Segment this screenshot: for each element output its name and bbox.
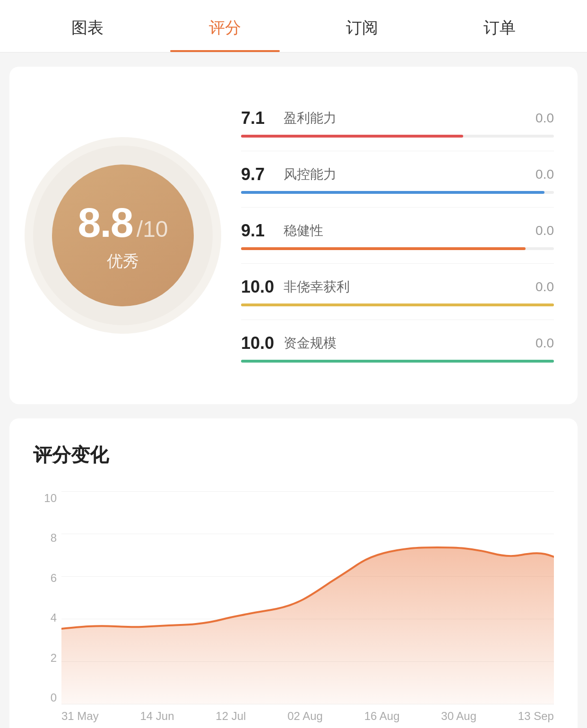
metric-name-non-lucky: 非侥幸获利 <box>284 278 535 296</box>
score-grade: 优秀 <box>107 251 139 272</box>
x-label: 02 Aug <box>287 710 323 723</box>
score-main: 8.8 /10 <box>78 199 168 247</box>
y-label: 2 <box>33 651 57 665</box>
y-label: 0 <box>33 691 57 704</box>
y-axis: 0246810 <box>33 492 57 704</box>
metric-bar-bg-profitability <box>241 135 554 138</box>
metric-value-non-lucky: 10.0 <box>241 277 284 297</box>
y-label: 4 <box>33 611 57 624</box>
circle-outer: 8.8 /10 优秀 <box>33 146 213 325</box>
x-label: 30 Aug <box>441 710 476 723</box>
metric-bar-fill-non-lucky <box>241 303 554 306</box>
metric-bar-fill-capital-scale <box>241 360 554 363</box>
metric-value-capital-scale: 10.0 <box>241 333 284 353</box>
metric-value-risk-control: 9.7 <box>241 165 284 184</box>
metric-right-stability: 0.0 <box>535 223 554 238</box>
metric-bar-bg-non-lucky <box>241 303 554 306</box>
x-label: 16 Aug <box>364 710 400 723</box>
metric-item-capital-scale: 10.0 资金规模 0.0 <box>241 320 554 376</box>
x-label: 14 Jun <box>140 710 174 723</box>
metric-value-profitability: 7.1 <box>241 108 284 128</box>
score-number: 8.8 <box>78 199 132 247</box>
chart-plot <box>61 492 554 704</box>
chart-section: 评分变化 0246810 <box>9 418 578 728</box>
metric-right-risk-control: 0.0 <box>535 167 554 182</box>
metric-bar-bg-capital-scale <box>241 360 554 363</box>
metric-right-capital-scale: 0.0 <box>535 336 554 351</box>
x-axis: 31 May14 Jun12 Jul02 Aug16 Aug30 Aug13 S… <box>61 704 554 728</box>
metric-item-profitability: 7.1 盈利能力 0.0 <box>241 95 554 151</box>
metric-item-risk-control: 9.7 风控能力 0.0 <box>241 151 554 208</box>
tab-chart[interactable]: 图表 <box>19 0 156 52</box>
score-circle-container: 8.8 /10 优秀 <box>33 146 213 325</box>
metric-right-non-lucky: 0.0 <box>535 279 554 295</box>
metric-name-capital-scale: 资金规模 <box>284 334 535 352</box>
x-label: 12 Jul <box>216 710 246 723</box>
x-label: 31 May <box>61 710 99 723</box>
metric-right-profitability: 0.0 <box>535 111 554 126</box>
circle-inner: 8.8 /10 优秀 <box>52 165 194 306</box>
metric-bar-fill-stability <box>241 247 526 250</box>
metric-bar-fill-profitability <box>241 135 463 138</box>
chart-area: 0246810 31 May14 Jun12 Jul02 Aug16 Aug30… <box>33 492 554 728</box>
chart-area-fill <box>61 547 554 704</box>
metric-bar-bg-risk-control <box>241 191 554 194</box>
metric-bar-bg-stability <box>241 247 554 250</box>
metric-name-risk-control: 风控能力 <box>284 165 535 183</box>
tab-subscribe[interactable]: 订阅 <box>294 0 431 52</box>
y-label: 8 <box>33 531 57 545</box>
x-label: 13 Sep <box>518 710 554 723</box>
tab-order[interactable]: 订单 <box>431 0 569 52</box>
metrics-list: 7.1 盈利能力 0.0 9.7 风控能力 0.0 9.1 稳健性 0.0 <box>241 95 554 376</box>
tab-bar: 图表 评分 订阅 订单 <box>0 0 587 52</box>
chart-svg <box>61 492 554 704</box>
metric-value-stability: 9.1 <box>241 221 284 241</box>
score-card: 8.8 /10 优秀 7.1 盈利能力 0.0 9.7 风控能力 0.0 <box>9 67 578 404</box>
score-out-of: /10 <box>137 216 168 242</box>
tab-score[interactable]: 评分 <box>156 0 294 52</box>
metric-bar-fill-risk-control <box>241 191 544 194</box>
metric-item-non-lucky: 10.0 非侥幸获利 0.0 <box>241 264 554 320</box>
metric-item-stability: 9.1 稳健性 0.0 <box>241 208 554 264</box>
y-label: 6 <box>33 572 57 585</box>
metric-name-stability: 稳健性 <box>284 222 535 240</box>
y-label: 10 <box>33 492 57 505</box>
chart-title: 评分变化 <box>33 442 554 468</box>
metric-name-profitability: 盈利能力 <box>284 109 535 127</box>
